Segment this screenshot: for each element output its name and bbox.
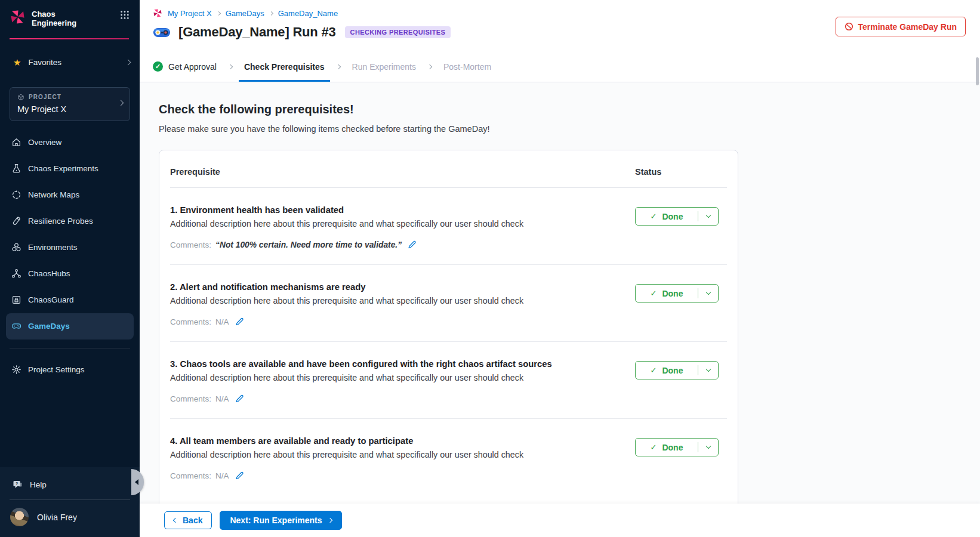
nav-item-icon (11, 216, 21, 226)
edit-pencil-icon[interactable] (235, 394, 244, 403)
comments-label: Comments: (170, 394, 211, 403)
brand-row: Chaos Engineering (0, 0, 140, 36)
vertical-scrollbar-thumb[interactable] (976, 57, 979, 85)
chevron-right-icon (427, 64, 432, 69)
edit-pencil-icon[interactable] (408, 240, 417, 249)
sidebar-item-5[interactable]: ChaosHubs (6, 261, 134, 287)
chevron-right-icon (228, 64, 233, 69)
app-switcher-grid-icon[interactable] (119, 9, 130, 20)
chevron-down-icon (705, 290, 710, 295)
help-label: Help (30, 480, 47, 489)
next-run-experiments-button[interactable]: Next: Run Experiments (220, 511, 341, 530)
prerequisites-card: Prerequisite Status 1. Environment healt… (159, 150, 738, 515)
comments-row: Comments: N/A (170, 394, 621, 403)
status-dropdown-toggle[interactable] (698, 369, 718, 371)
back-button[interactable]: Back (164, 511, 212, 529)
footer-bar: Back Next: Run Experiments (140, 504, 980, 537)
page-header: My Project X GameDays GameDay_Name [Game… (140, 0, 980, 51)
nav-item-label: Resilience Probes (28, 217, 93, 226)
nav-item-label: ChaosGuard (28, 295, 74, 304)
content-heading: Check the following prerequisites! (159, 103, 980, 116)
comments-value: N/A (215, 471, 229, 480)
user-menu[interactable]: Olivia Frey (0, 500, 140, 531)
run-stepper: ✓ Get Approval ✓ Check Prerequisites ✓ R… (140, 51, 980, 82)
chevron-right-icon (327, 518, 332, 523)
sidebar-item-help[interactable]: ? Help (0, 472, 140, 497)
comments-value: “Not 100% certain. Need more time to val… (215, 240, 402, 249)
prerequisite-details: 3. Chaos tools are available and have be… (170, 359, 635, 403)
step-0[interactable]: ✓ Get Approval (153, 51, 244, 82)
column-header-status: Status (635, 167, 727, 177)
sidebar-nav: Overview Chaos Experiments Network Maps … (0, 129, 140, 340)
svg-text:?: ? (16, 481, 18, 485)
status-done-button[interactable]: ✓ Done (635, 207, 719, 226)
breadcrumb-item: GameDays (226, 9, 273, 18)
brand-accent-divider (10, 38, 129, 39)
done-label: Done (662, 212, 683, 221)
sidebar-item-favorites[interactable]: ★ Favorites (0, 54, 140, 72)
sidebar-item-4[interactable]: Environments (6, 234, 134, 261)
nav-item-label: ChaosHubs (28, 269, 70, 278)
chevron-down-icon (705, 367, 710, 372)
sidebar-item-3[interactable]: Resilience Probes (6, 208, 134, 234)
sidebar-item-7[interactable]: GameDays (6, 313, 134, 340)
brand-name: Chaos Engineering (32, 9, 76, 28)
done-label: Done (662, 366, 683, 375)
comments-row: Comments: N/A (170, 317, 621, 326)
status-done-button[interactable]: ✓ Done (635, 284, 719, 303)
status-dropdown-toggle[interactable] (698, 292, 718, 294)
step-label: Post-Mortem (443, 62, 491, 72)
sidebar-item-0[interactable]: Overview (6, 129, 134, 156)
prerequisite-row-0: 1. Environment health has been validated… (170, 188, 727, 265)
chevron-right-icon (335, 64, 340, 69)
project-eyebrow-label: PROJECT (29, 94, 61, 100)
prerequisite-title: 1. Environment health has been validated (170, 205, 621, 215)
nav-item-icon (11, 321, 21, 331)
breadcrumb-link[interactable]: My Project X (168, 9, 212, 18)
status-dropdown-toggle[interactable] (698, 446, 718, 448)
step-1[interactable]: ✓ Check Prerequisites (244, 51, 352, 82)
sidebar-item-1[interactable]: Chaos Experiments (6, 156, 134, 182)
step-3[interactable]: ✓ Post-Mortem (443, 51, 491, 82)
status-cell: ✓ Done (635, 282, 727, 326)
status-done-button[interactable]: ✓ Done (635, 361, 719, 379)
breadcrumb-item: GameDay_Name (278, 9, 338, 18)
comments-label: Comments: (170, 317, 211, 326)
chevron-right-icon (269, 11, 273, 15)
breadcrumb-link[interactable]: GameDay_Name (278, 9, 338, 18)
step-2[interactable]: ✓ Run Experiments (352, 51, 443, 82)
status-cell: ✓ Done (635, 436, 727, 480)
star-icon: ★ (13, 58, 21, 67)
status-dropdown-toggle[interactable] (698, 215, 718, 217)
chevron-down-icon (705, 213, 710, 218)
content-subheading: Please make sure you have the following … (159, 124, 980, 134)
check-icon: ✓ (651, 366, 657, 375)
user-name: Olivia Frey (37, 513, 77, 522)
project-selector[interactable]: PROJECT My Project X (10, 87, 130, 121)
edit-pencil-icon[interactable] (235, 471, 244, 480)
nav-item-label: Chaos Experiments (28, 164, 98, 173)
sidebar-item-project-settings[interactable]: Project Settings (6, 357, 134, 383)
chevron-right-icon (125, 60, 131, 66)
page-title: [GameDay_Name] Run #3 (178, 24, 336, 40)
sidebar-item-6[interactable]: ChaosGuard (6, 287, 134, 313)
comments-row: Comments: “Not 100% certain. Need more t… (170, 240, 621, 249)
terminate-gameday-button[interactable]: Terminate GameDay Run (836, 17, 966, 36)
nav-item-icon (11, 137, 21, 147)
prerequisite-row-3: 4. All team members are available and re… (170, 419, 727, 495)
table-header: Prerequisite Status (170, 150, 727, 188)
sidebar-item-2[interactable]: Network Maps (6, 182, 134, 208)
prerequisite-row-1: 2. Alert and notification mechanisms are… (170, 265, 727, 342)
chaos-module-icon (153, 8, 162, 18)
help-chat-icon: ? (13, 480, 23, 490)
status-cell: ✓ Done (635, 205, 727, 249)
breadcrumb-link[interactable]: GameDays (226, 9, 264, 18)
prerequisite-title: 4. All team members are available and re… (170, 436, 621, 446)
nav-item-icon (11, 163, 21, 174)
nav-item-label: Environments (28, 243, 78, 252)
status-done-button[interactable]: ✓ Done (635, 438, 719, 456)
chevron-down-icon (705, 444, 710, 449)
chevron-left-icon (173, 518, 178, 523)
edit-pencil-icon[interactable] (235, 317, 244, 326)
nav-item-icon (11, 242, 21, 252)
